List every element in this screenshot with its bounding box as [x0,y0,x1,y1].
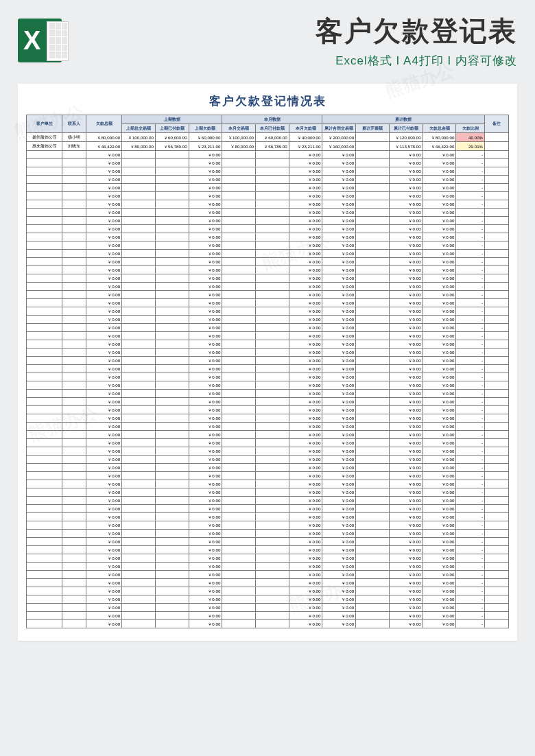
table-cell: - [456,595,485,604]
table-cell: - [456,456,485,464]
table-cell: - [456,332,485,340]
table-cell: ¥ 0.00 [423,274,456,283]
table-cell: - [456,365,485,373]
table-cell [122,209,156,217]
table-cell [256,200,289,209]
table-row: ¥ 0.00¥ 0.00¥ 0.00¥ 0.00¥ 0.00¥ 0.00- [27,521,509,530]
table-cell [122,324,156,332]
table-cell: ¥ 0.00 [423,159,456,167]
table-cell: ¥ 0.00 [389,439,423,447]
table-cell [222,184,256,192]
table-cell: ¥ 0.00 [423,151,456,159]
table-cell [155,324,189,332]
table-cell: ¥ 0.00 [189,176,222,184]
table-cell [485,488,509,497]
table-cell [485,398,509,406]
table-cell [485,266,509,274]
table-cell: ¥ 0.00 [389,316,423,324]
table-cell [356,233,390,241]
table-cell: - [456,398,485,406]
table-cell [155,258,189,266]
table-cell: 惠来服饰公司 [27,142,62,151]
table-cell [155,579,189,587]
table-cell: ¥ 0.00 [289,225,322,233]
table-cell [27,530,62,538]
table-cell: ¥ 0.00 [389,595,423,604]
table-cell [27,513,62,521]
table-cell: ¥ 0.00 [423,480,456,488]
table-cell: - [456,349,485,357]
table-cell [27,357,62,365]
table-cell: ¥ 0.00 [322,414,356,423]
table-cell [485,530,509,538]
table-cell: ¥ 0.00 [322,283,356,291]
table-cell: ¥ 0.00 [289,241,322,250]
table-cell [256,464,289,472]
table-cell: ¥ 0.00 [289,316,322,324]
table-cell: - [456,464,485,472]
table-cell: ¥ 0.00 [289,184,322,192]
table-cell: ¥ 0.00 [389,563,423,571]
table-cell [356,571,390,579]
table-cell: - [456,159,485,167]
table-cell [62,332,86,340]
table-row: ¥ 0.00¥ 0.00¥ 0.00¥ 0.00¥ 0.00¥ 0.00- [27,554,509,563]
table-cell: ¥ 0.00 [86,324,121,332]
table-cell [222,250,256,258]
table-cell [356,497,390,505]
table-cell [27,406,62,414]
table-cell [485,431,509,439]
table-cell: ¥ 0.00 [86,480,121,488]
table-cell [122,414,156,423]
table-cell [222,258,256,266]
table-cell [256,505,289,513]
table-cell: ¥ 0.00 [389,587,423,595]
table-row: ¥ 0.00¥ 0.00¥ 0.00¥ 0.00¥ 0.00¥ 0.00- [27,398,509,406]
table-cell: ¥ 0.00 [189,217,222,225]
table-cell [155,530,189,538]
th-prev-paid: 上期已付款额 [155,124,189,133]
table-cell [222,241,256,250]
table-cell [122,612,156,620]
table-cell: ¥ 0.00 [86,612,121,620]
table-cell [256,604,289,612]
table-cell [122,340,156,349]
table-cell: ¥ 0.00 [189,604,222,612]
table-cell [485,480,509,488]
table-cell [485,299,509,307]
table-cell: ¥ 0.00 [322,595,356,604]
table-cell: ¥ 0.00 [322,225,356,233]
table-cell [27,497,62,505]
table-cell [27,488,62,497]
table-cell [27,423,62,431]
table-cell: ¥ 0.00 [86,406,121,414]
table-cell: ¥ 0.00 [423,217,456,225]
th-cum-invoice: 累计开票额 [356,124,390,133]
table-cell [256,217,289,225]
table-cell [222,283,256,291]
table-cell: ¥ 0.00 [389,620,423,628]
table-cell [222,233,256,241]
table-cell [27,456,62,464]
table-cell: - [456,209,485,217]
table-cell [27,381,62,390]
table-cell [485,192,509,200]
table-cell [256,497,289,505]
table-cell [62,563,86,571]
table-cell: ¥ 80,000.00 [122,142,156,151]
table-cell [27,365,62,373]
table-cell [62,390,86,398]
table-cell: ¥ 0.00 [423,233,456,241]
table-cell [256,431,289,439]
table-cell [27,283,62,291]
table-cell: ¥ 0.00 [423,505,456,513]
table-cell [356,373,390,381]
table-cell: ¥ 0.00 [289,266,322,274]
table-cell: ¥ 0.00 [189,167,222,176]
table-cell [122,423,156,431]
table-cell [62,554,86,563]
table-cell: ¥ 0.00 [423,241,456,250]
table-cell: ¥ 0.00 [423,316,456,324]
table-cell: 40.00% [456,133,485,142]
table-cell: - [456,176,485,184]
